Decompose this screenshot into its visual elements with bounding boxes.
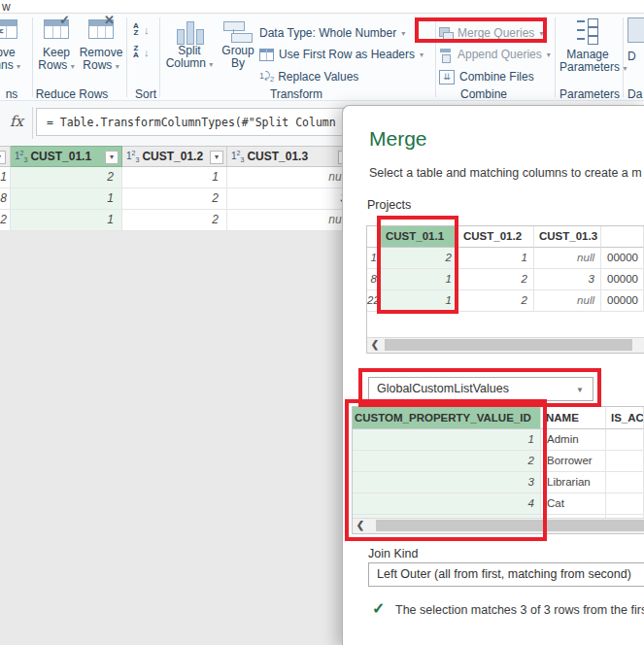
preview-row: 1 Admin [353,429,644,451]
horizontal-scrollbar[interactable]: ❮ [367,337,644,353]
column-header-cust-01-2[interactable]: 123 CUST_01.2 ▾ [122,146,227,167]
dropdown-arrow-icon: ▾ [17,62,20,71]
grid-cell[interactable]: 3 [227,188,356,210]
divider [32,107,33,139]
column-header-cust-01-3[interactable]: 123 CUST_01.3 ▾ [227,146,356,167]
fx-button[interactable]: fx [10,113,23,130]
scrollbar-thumb[interactable] [376,520,644,531]
filter-dropdown-button[interactable]: ▾ [210,151,223,164]
data-source-icon [627,17,644,43]
preview-column-header-cust-01-3[interactable]: CUST_01.3 [534,226,601,248]
down-arrow-icon: ↓ [144,24,150,36]
preview-row: 4 Cat [353,493,644,515]
filter-dropdown-button[interactable]: ▾ [0,151,6,164]
grid-cell[interactable]: 1 [11,210,122,231]
group-label-combine: Combine [439,87,528,101]
dropdown-arrow-icon: ▾ [547,51,551,59]
down-arrow-icon: ↓ [144,47,150,58]
group-by-icon [216,19,260,45]
replace-values-button[interactable]: 1⤸2 Replace Values [259,68,358,85]
data-type-button[interactable]: Data Type: Whole Number▾ [259,24,405,42]
grid-cell[interactable]: 2 [122,188,227,210]
grid-cell[interactable]: 2 [122,210,227,231]
preview-column-header-is-active[interactable]: IS_ACTIVE [606,407,644,429]
ribbon-tab-strip: w [0,0,644,14]
grid-cell[interactable]: 2 [11,167,122,188]
append-queries-button[interactable]: Append Queries▾ [439,46,551,63]
group-label-parameters: Parameters [559,87,618,101]
match-status-text: The selection matches 3 of 3 rows from t… [395,603,644,617]
grid-cell[interactable]: 2 [0,210,11,231]
dropdown-arrow-icon: ▾ [116,62,119,71]
keep-rows-icon: ✓ [44,19,69,39]
column-header-cust-01-1[interactable]: 123 CUST_01.1 ▾ [11,146,122,167]
combine-files-button[interactable]: ⇊ Combine Files [439,68,534,85]
merge-tables-icon [439,27,453,40]
chevron-left-icon[interactable]: ❮ [367,338,383,352]
ribbon: ✂ ove mns ▾ ✓ Keep Rows ▾ ✕ Remove Rows … [0,14,644,101]
group-label-data-partial: Da [627,87,644,101]
tab-view-partial[interactable]: w [2,0,11,14]
dialog-subtitle: Select a table and matching columns to c… [369,166,642,180]
manage-parameters-button[interactable]: Manage Parameters ▾ [559,17,616,75]
scrollbar-thumb[interactable] [385,339,632,351]
merge-dialog: Merge Select a table and matching column… [342,105,644,645]
grid-cell[interactable]: 8 [0,188,11,210]
preview-column-header[interactable] [367,226,381,248]
remove-columns-icon: ✂ [0,19,17,39]
chevron-down-icon: ▼ [576,386,584,394]
parameter-list-icon [577,17,598,43]
grid-cell[interactable]: null [227,167,356,188]
group-label-columns: ns [0,87,23,101]
column-header-partial[interactable]: ▾ [0,146,11,167]
power-query-window: w ✂ ove mns ▾ ✓ Keep Rows ▾ [0,0,644,645]
remove-columns-button-partial[interactable]: ✂ ove mns ▾ [0,19,29,73]
grid-icon [259,49,274,61]
preview-row: 3 Librarian [353,472,644,493]
join-kind-label: Join Kind [368,547,418,560]
append-tables-icon [439,49,453,61]
preview-row: 2 Borrower [353,451,644,472]
second-table-dropdown[interactable]: GlobalCustomListValues ▼ [368,377,593,401]
grid-cell[interactable]: null [227,210,356,231]
second-preview-table: CUSTOM_PROPERTY_VALUE_ID NAME IS_ACTIVE … [352,406,644,534]
grid-cell[interactable]: 1 [122,167,227,188]
preview-column-header-cust-01-2[interactable]: CUST_01.2 [458,226,534,248]
preview-row: 22 1 2 null 00000 [367,290,644,312]
projects-preview-table: CUST_01.1 CUST_01.2 CUST_01.3 1 2 1 null… [366,225,644,354]
dropdown-arrow-icon: ▾ [401,29,405,38]
preview-column-header-name[interactable]: NAME [541,407,606,429]
join-kind-dropdown[interactable]: Left Outer (all from first, matching fro… [368,562,644,587]
remove-rows-icon: ✕ [88,19,114,39]
preview-column-header-value-id[interactable]: CUSTOM_PROPERTY_VALUE_ID [353,407,541,429]
group-separator [623,17,624,97]
horizontal-scrollbar[interactable]: ❮ [353,518,644,533]
preview-column-header-cust-01-1[interactable]: CUST_01.1 [381,226,458,248]
group-separator [435,17,436,97]
green-check-icon: ✓ [372,599,385,618]
data-source-button-partial[interactable]: D [627,17,644,63]
filter-dropdown-button[interactable]: ▾ [105,151,119,164]
dropdown-arrow-icon: ▾ [539,29,543,38]
first-table-label: Projects [367,198,411,212]
group-separator [32,17,33,97]
remove-rows-button[interactable]: ✕ Remove Rows ▾ [79,19,123,73]
group-label-sort: Sort [129,87,162,101]
dropdown-arrow-icon: ▾ [71,62,75,71]
group-label-transform: Transform [243,87,350,101]
formula-text: = Table.TransformColumnTypes(#"Split Col… [47,109,350,137]
merge-queries-button[interactable]: Merge Queries▾ [439,24,543,42]
use-first-row-button[interactable]: Use First Row as Headers▾ [259,46,424,63]
grid-cell[interactable]: 1 [0,167,11,188]
group-by-button[interactable]: Group By [216,19,260,70]
preview-row: 1 2 1 null 00000 [367,248,644,269]
keep-rows-button[interactable]: ✓ Keep Rows ▾ [35,19,78,73]
dialog-title: Merge [369,127,427,151]
preview-row: 8 1 2 3 00000 [367,269,644,290]
chevron-left-icon[interactable]: ❮ [353,519,368,532]
preview-column-header[interactable] [601,226,644,248]
split-column-button[interactable]: Split Column ▾ [165,19,214,71]
replace-values-icon: 1⤸2 [259,70,274,84]
combine-files-icon: ⇊ [439,70,455,85]
grid-cell[interactable]: 1 [11,188,122,210]
